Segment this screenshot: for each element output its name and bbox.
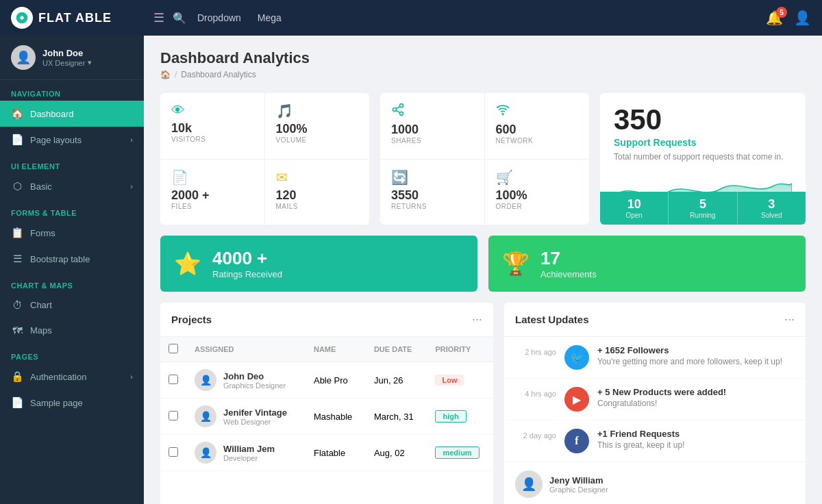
list-item: 2 day ago f +1 Friend Requests This is g… [504,420,806,462]
updates-menu-icon[interactable]: ··· [784,312,795,327]
app-logo: FLAT ABLE [11,7,148,29]
col-due: DUE DATE [366,337,427,362]
notification-button[interactable]: 🔔 5 [766,10,783,26]
chevron-right-icon: › [130,182,133,190]
col-name: NAME [306,337,366,362]
priority-badge: medium [435,446,479,459]
priority-badge: high [435,410,466,423]
sidebar-item-bootstrap-table[interactable]: ☰ Bootstrap table [0,246,144,272]
stat-files: 📄 2000 + FILES [160,160,265,225]
cart-icon: 🛒 [496,169,579,186]
stat-returns: 🔄 3550 RETURNS [380,160,485,225]
table-row: 👤 William Jem Developer Flatable Aug, 02… [160,435,493,471]
logo-icon [11,7,33,29]
badge-achievements: 🏆 17 Achievements [488,236,806,292]
menu-toggle-icon[interactable]: ☰ [153,10,164,25]
sidebar-section-forms: Forms & Table [0,199,144,220]
list-item: 2 hrs ago 🐦 + 1652 Followers You're gett… [504,337,806,379]
mega-link[interactable]: Mega [258,12,282,23]
svg-point-3 [400,112,403,115]
chevron-right-icon: › [130,136,133,144]
sidebar-item-sample-page[interactable]: 📄 Sample page [0,390,144,416]
stat-mails: ✉ 120 MAILS [265,160,370,225]
sidebar-section-pages: Pages [0,343,144,364]
projects-card: Projects ··· ASSIGNED NAME DUE DATE PRIO… [160,303,493,504]
stat-order: 🛒 100% ORDER [485,160,590,225]
stat-shares: 1000 SHARES [380,93,485,160]
sidebar-user-role: UX Designer ▾ [42,58,133,67]
nav-links: Dropdown Mega [197,12,282,23]
sidebar-item-chart[interactable]: ⏱ Chart [0,292,144,318]
avatar: 👤 [515,470,543,498]
col-assigned: ASSIGNED [186,337,306,362]
youtube-icon: ▶ [564,387,589,412]
person-cell: 👤 John Deo Graphics Designer [195,369,297,391]
support-stat-open: 10 Open [600,192,668,225]
page-title: Dashboard Analytics [160,49,806,67]
col-priority: PRIORITY [427,337,493,362]
svg-point-6 [502,114,503,115]
avatar: 👤 [195,442,216,464]
mail-icon: ✉ [276,169,359,186]
svg-point-2 [393,108,397,112]
update-person: 👤 Jeny William Graphic Designer [504,462,806,504]
updates-card-header: Latest Updates ··· [504,303,806,337]
sidebar-item-basic[interactable]: ⬡ Basic › [0,173,144,199]
table-row: 👤 John Deo Graphics Designer Able Pro Ju… [160,362,493,399]
search-icon: 🔍 [173,12,186,25]
sidebar-item-dashboard[interactable]: 🏠 Dashboard [0,101,144,127]
sidebar-section-ui: UI Element [0,153,144,173]
avatar: 👤 [11,45,36,70]
stats-card-1: 👁 10k VISITORS 🎵 100% VOLUME 📄 2000 + FI… [160,93,369,225]
badge-ratings: ⭐ 4000 + Ratings Received [160,236,477,292]
lock-icon: 🔒 [11,370,23,383]
stat-network: 600 NETWORK [485,93,590,160]
support-stat-solved: 3 Solved [737,192,806,225]
avatar: 👤 [195,405,216,427]
forms-icon: 📋 [11,227,23,239]
sidebar-item-authentication[interactable]: 🔒 Authentication › [0,364,144,390]
support-stats: 10 Open 5 Running 3 Solved [600,192,806,225]
stat-visitors: 👁 10k VISITORS [160,93,265,160]
map-icon: 🗺 [11,325,23,336]
svg-line-4 [396,110,400,112]
svg-point-1 [400,104,403,108]
sidebar-section-chart: Chart & Maps [0,272,144,292]
music-icon: 🎵 [276,103,359,119]
eye-icon: 👁 [171,103,253,118]
twitter-icon: 🐦 [564,345,589,370]
support-card: 350 Support Requests Total number of sup… [600,93,806,225]
home-icon: 🏠 [11,108,23,120]
breadcrumb-home-icon: 🏠 [160,70,171,79]
projects-menu-icon[interactable]: ··· [472,312,482,327]
dropdown-link[interactable]: Dropdown [197,12,241,23]
stat-volume: 🎵 100% VOLUME [265,93,370,160]
row-checkbox[interactable] [169,447,178,457]
file-icon: 📄 [171,169,253,186]
row-checkbox[interactable] [169,411,178,420]
basic-icon: ⬡ [11,180,23,192]
select-all-checkbox[interactable] [169,344,178,353]
updates-card: Latest Updates ··· 2 hrs ago 🐦 + 1652 Fo… [504,303,806,504]
facebook-icon: f [564,429,589,453]
trophy-icon: 🏆 [502,251,530,277]
stats-card-2: 1000 SHARES 600 NETWORK 🔄 3550 RETURNS � [380,93,589,225]
avatar: 👤 [195,369,216,391]
user-profile-icon[interactable]: 👤 [794,10,811,26]
top-navbar: FLAT ABLE ☰ 🔍 Dropdown Mega 🔔 5 👤 [0,0,822,36]
sidebar-item-page-layouts[interactable]: 📄 Page layouts › [0,127,144,153]
main-content: Dashboard Analytics 🏠 / Dashboard Analyt… [144,36,822,504]
sidebar-section-navigation: Navigation [0,80,144,101]
sidebar-user-profile[interactable]: 👤 John Doe UX Designer ▾ [0,36,144,80]
table-header-row: ASSIGNED NAME DUE DATE PRIORITY [160,337,493,362]
breadcrumb: 🏠 / Dashboard Analytics [160,70,806,79]
sidebar-item-maps[interactable]: 🗺 Maps [0,318,144,343]
row-checkbox[interactable] [169,375,178,384]
star-icon: ⭐ [174,251,201,277]
badges-row: ⭐ 4000 + Ratings Received 🏆 17 Achieveme… [160,236,806,292]
chevron-right-icon: › [130,373,133,381]
search-button[interactable]: 🔍 [173,12,186,25]
share-icon [391,103,473,120]
sidebar-item-forms[interactable]: 📋 Forms [0,220,144,246]
list-item: 4 hrs ago ▶ + 5 New Products were added!… [504,379,806,420]
